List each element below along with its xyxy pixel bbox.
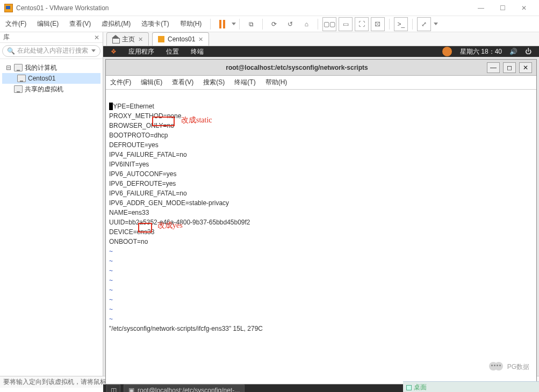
dropdown-icon[interactable] — [434, 23, 438, 25]
close-icon[interactable]: ✕ — [138, 36, 143, 43]
menu-edit[interactable]: 编辑(E) — [32, 19, 64, 28]
search-placeholder: 在此处键入内容进行搜索 — [17, 46, 88, 55]
term-menu-view[interactable]: 查看(V) — [172, 78, 193, 87]
host-taskbar-fragment: 桌面 — [403, 381, 539, 392]
manage-snapshot-button[interactable]: ⌂ — [299, 17, 313, 31]
term-menu-help[interactable]: 帮助(H) — [265, 78, 288, 87]
term-menu-terminal[interactable]: 终端(T) — [234, 78, 255, 87]
fullscreen-button[interactable]: ⛶ — [355, 17, 369, 31]
terminal-icon: ▣ — [128, 387, 134, 392]
watermark: PG数据 — [489, 361, 529, 373]
terminal-maximize-button[interactable]: ◻ — [503, 62, 516, 73]
sidebar-tab-label: 库 — [3, 33, 10, 42]
tree-vm-centos01[interactable]: Centos01 — [2, 73, 100, 84]
computer-icon — [14, 85, 23, 93]
terminal-close-button[interactable]: ✕ — [519, 62, 532, 73]
menu-vm[interactable]: 虚拟机(M) — [96, 19, 136, 28]
snapshot-button[interactable]: ⟳ — [267, 17, 281, 31]
send-cad-button[interactable]: ⧉ — [244, 17, 258, 31]
gnome-applications[interactable]: 应用程序 — [128, 47, 154, 56]
tab-home[interactable]: 主页 ✕ — [106, 32, 149, 46]
vm-tree: ⊟ 我的计算机 Centos01 共享的虚拟机 — [0, 59, 103, 98]
terminal-body[interactable]: TYPE=Ethernet PROXY_METHOD=none BROWSER_… — [106, 90, 536, 384]
revert-button[interactable]: ↺ — [283, 17, 297, 31]
menu-help[interactable]: 帮助(H) — [175, 19, 207, 28]
notification-icon[interactable] — [442, 46, 452, 57]
pause-button[interactable] — [215, 17, 229, 31]
power-icon[interactable]: ⏻ — [525, 48, 531, 55]
search-input[interactable]: 🔍 在此处键入内容进行搜索 — [2, 45, 100, 57]
gnome-places[interactable]: 位置 — [166, 47, 179, 56]
dropdown-icon[interactable] — [232, 23, 236, 25]
terminal-minimize-button[interactable]: — — [487, 62, 500, 73]
home-icon — [112, 36, 119, 42]
sidebar-close-icon[interactable]: ✕ — [94, 34, 99, 41]
clock-label: 星期六 18：40 — [460, 47, 502, 56]
close-button[interactable]: ✕ — [513, 1, 535, 16]
term-menu-edit[interactable]: 编辑(E) — [141, 78, 162, 87]
annotation-box-no — [138, 223, 152, 233]
terminal-menubar: 文件(F) 编辑(E) 查看(V) 搜索(S) 终端(T) 帮助(H) — [106, 76, 536, 90]
vm-icon — [17, 75, 26, 82]
terminal-window: root@localhost:/etc/sysconfig/network-sc… — [105, 59, 537, 384]
maximize-button[interactable]: ☐ — [492, 1, 513, 16]
tree-my-computer[interactable]: ⊟ 我的计算机 — [2, 62, 100, 73]
term-menu-file[interactable]: 文件(F) — [110, 78, 131, 87]
menu-view[interactable]: 查看(V) — [64, 19, 96, 28]
tree-shared-vms[interactable]: 共享的虚拟机 — [2, 84, 100, 95]
thumbnail-view-button[interactable]: ▢▢ — [322, 17, 336, 31]
wechat-icon — [489, 361, 504, 373]
gnome-terminal-menu[interactable]: 终端 — [191, 47, 204, 56]
gnome-top-bar: ❖ 应用程序 位置 终端 星期六 18：40 🔊 ⏻ — [103, 46, 539, 57]
menu-tabs[interactable]: 选项卡(T) — [136, 19, 174, 28]
window-titlebar: Centos01 - VMware Workstation — ☐ ✕ — [0, 0, 539, 16]
library-sidebar: 库 ✕ 🔍 在此处键入内容进行搜索 ⊟ 我的计算机 Centos01 共享的虚拟… — [0, 32, 103, 376]
tab-centos01[interactable]: Centos01 ✕ — [152, 32, 209, 46]
unity-button[interactable]: ⛝ — [371, 17, 385, 31]
menubar: 文件(F) 编辑(E) 查看(V) 虚拟机(M) 选项卡(T) 帮助(H) ⧉ … — [0, 16, 539, 32]
menu-file[interactable]: 文件(F) — [0, 19, 32, 28]
vm-content: 主页 ✕ Centos01 ✕ ❖ 应用程序 位置 终端 星期六 18：40 🔊… — [103, 32, 539, 376]
annotation-box-dhcp — [152, 117, 175, 126]
terminal-titlebar: root@localhost:/etc/sysconfig/network-sc… — [106, 60, 536, 76]
vm-icon — [158, 36, 164, 42]
terminal-title: root@localhost:/etc/sysconfig/network-sc… — [110, 64, 484, 71]
computer-icon — [14, 64, 23, 71]
stretch-button[interactable]: ⤢ — [417, 17, 431, 31]
dock-task-terminal[interactable]: ▣ root@localhost:/etc/sysconfig/net-... — [124, 384, 245, 392]
vmware-icon — [4, 4, 13, 12]
desktop-icon — [406, 385, 412, 390]
term-menu-search[interactable]: 搜索(S) — [203, 78, 225, 87]
show-windows-button[interactable]: ◫ — [106, 384, 120, 392]
search-icon: 🔍 — [7, 47, 15, 55]
minimize-button[interactable]: — — [470, 1, 492, 16]
window-title: Centos01 - VMware Workstation — [16, 4, 109, 12]
console-button[interactable]: >_ — [394, 17, 408, 31]
volume-icon[interactable]: 🔊 — [509, 48, 518, 55]
vi-status-line: "/etc/sysconfig/network-scripts/ifcfg-en… — [109, 325, 263, 332]
tab-row: 主页 ✕ Centos01 ✕ — [103, 32, 539, 46]
annotation-text-yes: 改成yes — [157, 221, 183, 230]
close-icon[interactable]: ✕ — [198, 36, 203, 43]
single-view-button[interactable]: ▭ — [339, 17, 353, 31]
annotation-text-static: 改成static — [181, 115, 212, 125]
dropdown-icon[interactable] — [91, 49, 96, 52]
